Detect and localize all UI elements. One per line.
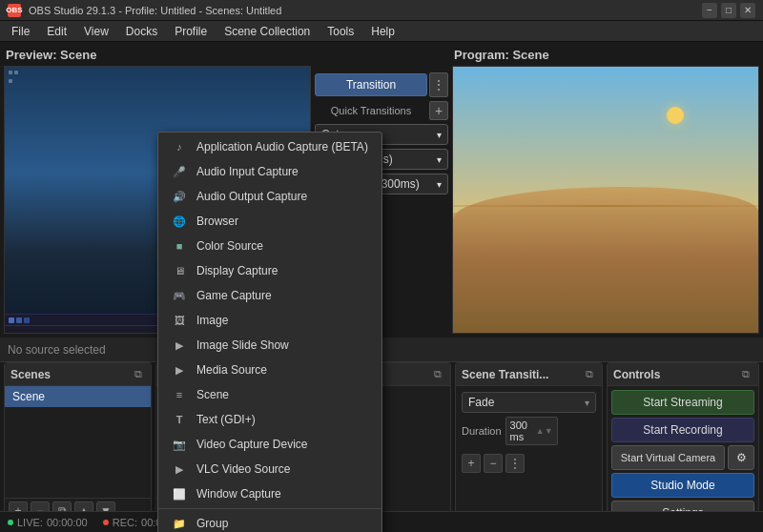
add-transition-button[interactable]: +: [462, 454, 481, 473]
ctx-text-gdi[interactable]: T Text (GDI+): [158, 407, 382, 432]
image-icon: 🖼: [172, 313, 187, 328]
ctx-group[interactable]: 📁 Group: [158, 511, 382, 532]
minimize-button[interactable]: −: [702, 3, 717, 18]
ctx-text-gdi-label: Text (GDI+): [196, 413, 256, 426]
menu-scene-collection[interactable]: Scene Collection: [217, 23, 318, 40]
audio-input-icon: 🎤: [172, 164, 187, 179]
window-capture-icon: ⬜: [172, 486, 187, 501]
start-virtual-camera-button[interactable]: Start Virtual Camera: [611, 445, 725, 470]
start-streaming-button[interactable]: Start Streaming: [611, 390, 754, 415]
display-capture-icon: 🖥: [172, 263, 187, 278]
audio-output-icon: 🔊: [172, 189, 187, 204]
close-button[interactable]: ✕: [740, 3, 755, 18]
scenes-panel: Scenes ⧉ Scene + − ⧉ ▲ ▼: [4, 362, 152, 524]
menu-profile[interactable]: Profile: [167, 23, 215, 40]
ctx-video-capture[interactable]: 📷 Video Capture Device: [158, 432, 382, 457]
scene-transition-select[interactable]: Fade ▾: [462, 392, 596, 413]
ctx-image[interactable]: 🖼 Image: [158, 308, 382, 333]
ctx-window-capture-label: Window Capture: [196, 487, 281, 501]
preview-screen-right[interactable]: [452, 66, 759, 334]
preview-label-right: Program: Scene: [452, 46, 759, 66]
ctx-scene[interactable]: ≡ Scene: [158, 382, 382, 407]
fade-chevron: ▾: [437, 154, 442, 165]
desert-scene: [453, 67, 758, 333]
ctx-group-label: Group: [196, 517, 228, 530]
scene-item-scene[interactable]: Scene: [5, 386, 151, 407]
app-audio-icon: ♪: [172, 139, 187, 154]
ctx-window-capture[interactable]: ⬜ Window Capture: [158, 481, 382, 506]
menu-docks[interactable]: Docks: [118, 23, 165, 40]
text-gdi-icon: T: [172, 412, 187, 427]
scene-transitions-panel: Scene Transiti... ⧉ Fade ▾ Duration 300 …: [455, 362, 603, 524]
add-quick-transition-button[interactable]: +: [429, 101, 448, 120]
vlc-video-icon: ▶: [172, 461, 187, 477]
media-source-icon: ▶: [172, 362, 187, 378]
ctx-media-source[interactable]: ▶ Media Source: [158, 358, 382, 382]
fade-black-chevron: ▾: [437, 179, 442, 190]
controls-content: Start Streaming Start Recording Start Vi…: [608, 386, 758, 524]
ctx-audio-input[interactable]: 🎤 Audio Input Capture: [158, 159, 382, 184]
transition-extra-button[interactable]: ⋮: [505, 454, 525, 473]
controls-panel-options[interactable]: ⧉: [739, 367, 753, 381]
rec-indicator: [103, 520, 109, 525]
start-recording-button[interactable]: Start Recording: [611, 418, 754, 442]
scene-icon: ≡: [172, 387, 187, 402]
controls-panel: Controls ⧉ Start Streaming Start Recordi…: [607, 362, 759, 524]
no-source-text: No source selected: [8, 343, 106, 357]
transitions-toolbar: + − ⋮: [456, 451, 602, 476]
menu-edit[interactable]: Edit: [39, 23, 74, 40]
duration-input[interactable]: 300 ms ▲▼: [505, 417, 558, 445]
transition-label[interactable]: Transition: [315, 73, 427, 96]
preview-panel-right: Program: Scene: [452, 46, 759, 334]
scenes-panel-options[interactable]: ⧉: [132, 367, 145, 381]
ctx-game-capture[interactable]: 🎮 Game Capture: [158, 283, 382, 308]
ctx-app-audio[interactable]: ♪ Application Audio Capture (BETA): [158, 134, 382, 159]
ctx-color-source-label: Color Source: [196, 239, 263, 253]
scene-transition-value: Fade: [468, 396, 494, 409]
transitions-content: Fade ▾ Duration 300 ms ▲▼: [456, 386, 602, 451]
ctx-display-capture-label: Display Capture: [196, 264, 278, 277]
duration-label: Duration: [462, 425, 502, 437]
ctx-browser[interactable]: 🌐 Browser: [158, 209, 382, 234]
app-icon: OBS: [8, 4, 21, 17]
transition-options-button[interactable]: ⋮: [429, 72, 448, 97]
scenes-panel-header: Scenes ⧉: [5, 363, 151, 386]
live-time: 00:00:00: [47, 517, 88, 528]
ctx-vlc-video-label: VLC Video Source: [196, 462, 291, 476]
audio-mixer-options[interactable]: ⧉: [431, 367, 444, 381]
controls-panel-header: Controls ⧉: [608, 363, 758, 386]
browser-icon: 🌐: [172, 214, 187, 229]
ctx-display-capture[interactable]: 🖥 Display Capture: [158, 258, 382, 283]
ctx-audio-output-label: Audio Output Capture: [196, 190, 307, 203]
window-title: OBS Studio 29.1.3 - Profile: Untitled - …: [29, 5, 281, 16]
quick-transitions-row: Quick Transitions +: [315, 101, 448, 120]
remove-transition-button[interactable]: −: [484, 454, 503, 473]
menu-help[interactable]: Help: [363, 23, 402, 40]
maximize-button[interactable]: □: [721, 3, 736, 18]
cut-chevron: ▾: [437, 130, 442, 140]
controls-panel-title: Controls: [613, 368, 660, 381]
ctx-image-slideshow[interactable]: ▶ Image Slide Show: [158, 333, 382, 358]
game-capture-icon: 🎮: [172, 288, 187, 303]
menu-view[interactable]: View: [76, 23, 116, 40]
video-capture-icon: 📷: [172, 437, 187, 452]
virtual-camera-settings-button[interactable]: ⚙: [728, 445, 754, 470]
preview-label-left: Preview: Scene: [4, 46, 311, 66]
studio-mode-button[interactable]: Studio Mode: [611, 473, 754, 498]
context-menu: ♪ Application Audio Capture (BETA) 🎤 Aud…: [157, 132, 382, 532]
transition-header: Transition ⋮: [315, 72, 448, 97]
scene-transition-chevron: ▾: [585, 398, 589, 408]
ctx-color-source[interactable]: ■ Color Source: [158, 234, 382, 258]
ctx-audio-output[interactable]: 🔊 Audio Output Capture: [158, 184, 382, 209]
scene-transitions-options[interactable]: ⧉: [583, 367, 596, 381]
scene-transitions-title: Scene Transiti...: [462, 368, 548, 381]
menu-file[interactable]: File: [4, 23, 37, 40]
group-icon: 📁: [172, 516, 187, 531]
virtual-camera-row: Start Virtual Camera ⚙: [611, 445, 754, 470]
color-source-icon: ■: [172, 238, 187, 254]
ctx-vlc-video[interactable]: ▶ VLC Video Source: [158, 457, 382, 481]
menu-tools[interactable]: Tools: [320, 23, 361, 40]
scene-transitions-header: Scene Transiti... ⧉: [456, 363, 602, 386]
status-live: LIVE: 00:00:00: [8, 517, 88, 528]
ctx-browser-label: Browser: [196, 215, 238, 228]
